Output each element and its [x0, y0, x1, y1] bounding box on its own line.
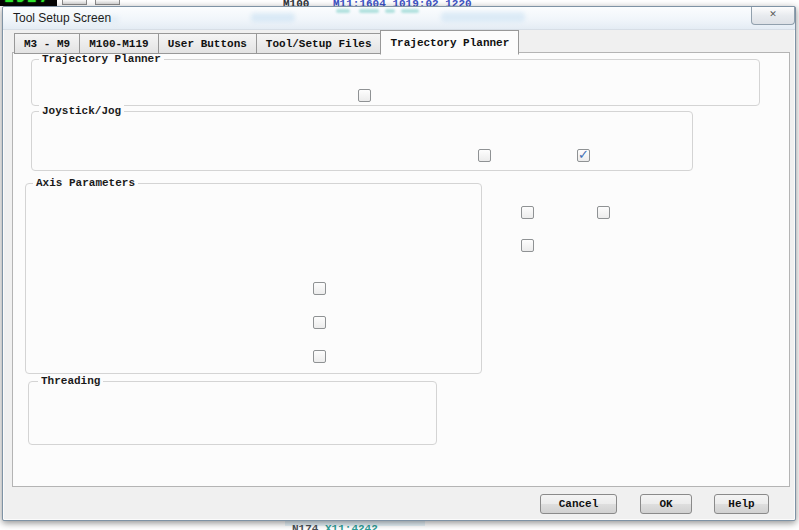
ok-button[interactable]: OK: [640, 494, 692, 514]
glass-reflection: [336, 9, 350, 13]
glass-reflection: [441, 12, 525, 22]
background-button: [95, 0, 120, 5]
axis-group-label: Axis Parameters: [33, 177, 138, 189]
close-glyph: ✕: [769, 9, 777, 19]
enable-gamepad-checkbox[interactable]: [577, 149, 590, 162]
tab-strip: M3 - M9 M100-M119 User Buttons Tool/Setu…: [14, 30, 518, 54]
joystick-group-label: Joystick/Jog: [39, 105, 124, 117]
threading-group: [28, 381, 437, 445]
glass-reflection: [401, 9, 419, 13]
arcs-to-segments-checkbox[interactable]: [358, 89, 371, 102]
glass-reflection: [359, 9, 379, 13]
reverse-rz-checkbox[interactable]: [478, 149, 491, 162]
dialog-title: Tool Setup Screen: [13, 11, 111, 25]
axis-parameters-group: [25, 183, 482, 374]
lathe-checkbox[interactable]: [521, 206, 534, 219]
axis-b-degrees-checkbox[interactable]: [313, 316, 326, 329]
glass-reflection: [251, 13, 295, 22]
tab-m100-m119[interactable]: M100-M119: [79, 33, 158, 54]
axis-a-degrees-checkbox[interactable]: [313, 282, 326, 295]
trajectory-planner-group: [31, 59, 760, 106]
tab-m3-m9[interactable]: M3 - M9: [14, 33, 80, 54]
dialog-titlebar[interactable]: Tool Setup Screen: [3, 7, 795, 30]
glass-reflection: [385, 9, 395, 13]
display-encoders-checkbox[interactable]: [597, 206, 610, 219]
cancel-button[interactable]: Cancel: [540, 494, 617, 514]
background-button: [62, 0, 87, 5]
tab-tool-setup-files[interactable]: Tool/Setup Files: [256, 33, 382, 54]
background-text-n174: N174: [292, 523, 318, 530]
threading-group-label: Threading: [38, 375, 103, 387]
help-button[interactable]: Help: [714, 494, 769, 514]
tab-user-buttons[interactable]: User Buttons: [158, 33, 257, 54]
tab-trajectory-planner[interactable]: Trajectory Planner: [380, 30, 519, 55]
joystick-jog-group: [31, 111, 693, 171]
trajectory-group-label: Trajectory Planner: [39, 53, 164, 65]
close-icon[interactable]: ✕: [751, 7, 795, 25]
screen: { "bg": { "lcd": "1927", "top_label": "M…: [0, 0, 799, 530]
background-text-teal: X11:4242: [325, 523, 378, 530]
axis-c-degrees-checkbox[interactable]: [313, 350, 326, 363]
zero-fixture-offsets-checkbox[interactable]: [521, 239, 534, 252]
